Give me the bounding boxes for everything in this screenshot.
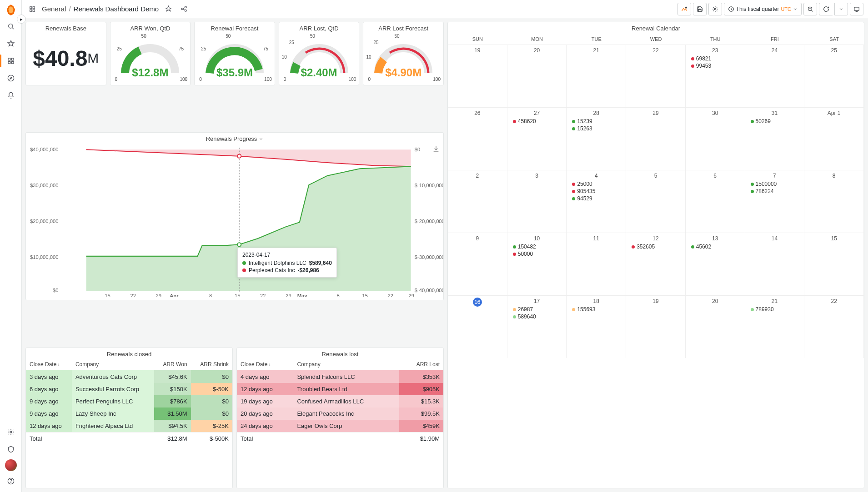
calendar-cell[interactable]: 14	[745, 233, 805, 295]
table-row[interactable]: 20 days agoElegant Peacocks Inc$99.5K	[237, 408, 443, 420]
panel-renewals-closed[interactable]: Renewals closed Close Date↓ Company ARR …	[25, 348, 233, 488]
calendar-cell[interactable]: 29	[626, 107, 686, 170]
help-icon[interactable]	[4, 474, 18, 488]
calendar-cell[interactable]: 1345602	[686, 233, 745, 295]
table-row[interactable]: 9 days agoLazy Sheep Inc$1.50M$0	[26, 408, 232, 420]
calendar-cell[interactable]: 27458620	[507, 107, 567, 170]
star-outline-icon[interactable]	[162, 3, 174, 15]
table-row[interactable]: 24 days agoEager Owls Corp$459K	[237, 420, 443, 432]
calendar-cell[interactable]: 22	[626, 45, 686, 107]
calendar-cell[interactable]: 15	[804, 233, 864, 295]
zoom-out-button[interactable]	[803, 3, 817, 15]
refresh-interval-button[interactable]	[834, 3, 848, 15]
panel-renewal-forecast[interactable]: Renewal Forecast 0 25 50 75 100 $35.9M	[194, 22, 275, 85]
breadcrumb-folder[interactable]: General	[42, 5, 66, 13]
calendar-cell[interactable]: 11	[567, 233, 626, 295]
calendar-cell[interactable]: 26	[448, 107, 507, 170]
chevron-down-icon[interactable]	[259, 137, 263, 141]
col-close-date[interactable]: Close Date↓	[26, 358, 72, 371]
dashboards-icon[interactable]	[4, 54, 18, 68]
bell-icon[interactable]	[4, 88, 18, 103]
calendar-cell[interactable]: 20	[686, 295, 745, 358]
calendar-event[interactable]: 26987	[510, 306, 564, 313]
page-title[interactable]: Renewals Dashboard Demo	[74, 5, 159, 13]
calendar-event[interactable]: 150482	[510, 244, 564, 250]
calendar-cell[interactable]: 9	[448, 233, 507, 295]
calendar-cell[interactable]: 5	[626, 170, 686, 233]
calendar-cell[interactable]: 71500000786224	[745, 170, 805, 233]
panel-renewals-lost[interactable]: Renewals lost Close Date↓ Company ARR Lo…	[236, 348, 444, 488]
table-row[interactable]: 3 days agoAdventurous Cats Corp$45.6K$0	[26, 370, 232, 383]
calendar-cell[interactable]: 236982199453	[686, 45, 745, 107]
calendar-event[interactable]: 50269	[748, 118, 802, 124]
col-arr-shrink[interactable]: ARR Shrink	[191, 358, 232, 371]
sidebar-expand-toggle[interactable]: ▸	[17, 15, 26, 24]
calendar-cell[interactable]: 20	[507, 45, 567, 107]
calendar-cell[interactable]: 1726987589640	[507, 295, 567, 358]
tv-mode-button[interactable]	[850, 3, 863, 15]
calendar-cell[interactable]: 24	[745, 45, 805, 107]
calendar-event[interactable]: 15239	[569, 118, 623, 124]
refresh-button[interactable]	[819, 3, 833, 15]
col-company[interactable]: Company	[293, 358, 399, 371]
col-arr-won[interactable]: ARR Won	[154, 358, 191, 371]
calendar-event[interactable]: 589640	[510, 313, 564, 320]
calendar-cell[interactable]: 42500090543594529	[567, 170, 626, 233]
calendar-cell[interactable]: 19	[626, 295, 686, 358]
calendar-cell[interactable]: 30	[686, 107, 745, 170]
calendar-cell[interactable]: 2	[448, 170, 507, 233]
calendar-event[interactable]: 352605	[629, 244, 682, 250]
calendar-event[interactable]: 15263	[569, 125, 623, 132]
calendar-event[interactable]: 94529	[569, 195, 623, 202]
add-panel-button[interactable]	[677, 3, 691, 15]
calendar-event[interactable]: 789930	[748, 306, 802, 313]
table-row[interactable]: 4 days agoSplendid Falcons LLC$353K	[237, 370, 443, 383]
save-button[interactable]	[693, 3, 707, 15]
calendar-cell[interactable]: 3	[507, 170, 567, 233]
calendar-cell[interactable]: 8	[804, 170, 864, 233]
table-row[interactable]: 12 days agoTroubled Bears Ltd$905K	[237, 383, 443, 395]
panel-arr-lost[interactable]: ARR Lost, QtD 0 10 25 50 100 $2.40M	[279, 22, 360, 85]
share-icon[interactable]	[178, 3, 190, 15]
panel-arr-lost-forecast[interactable]: ARR Lost Forecast 0 10 25 50 100 $4.90M	[363, 22, 444, 85]
shield-icon[interactable]	[4, 442, 18, 457]
calendar-cell[interactable]: 16	[448, 295, 507, 358]
table-row[interactable]: 9 days agoPerfect Penguins LLC$786K$0	[26, 395, 232, 408]
calendar-event[interactable]: 50000	[510, 251, 564, 257]
calendar-cell[interactable]: 22	[804, 295, 864, 358]
calendar-cell[interactable]: 3150269	[745, 107, 805, 170]
col-arr-lost[interactable]: ARR Lost	[399, 358, 443, 371]
calendar-cell[interactable]: Apr 1	[804, 107, 864, 170]
panel-arr-won[interactable]: ARR Won, QtD 0 25 50 75 100 $12.8M	[110, 22, 191, 85]
settings-button[interactable]	[708, 3, 722, 15]
time-range-picker[interactable]: This fiscal quarter UTC	[724, 3, 802, 15]
calendar-cell[interactable]: 6	[686, 170, 745, 233]
star-icon[interactable]	[4, 36, 18, 51]
calendar-event[interactable]: 99453	[688, 63, 742, 69]
panel-renewals-base[interactable]: Renewals Base $40.8M	[25, 22, 106, 85]
calendar-event[interactable]: 155693	[569, 306, 623, 313]
calendar-cell[interactable]: 1015048250000	[507, 233, 567, 295]
calendar-cell[interactable]: 281523915263	[567, 107, 626, 170]
avatar[interactable]	[5, 459, 17, 471]
calendar-cell[interactable]: 25	[804, 45, 864, 107]
calendar-cell[interactable]: 12352605	[626, 233, 686, 295]
calendar-event[interactable]: 1500000	[748, 181, 802, 187]
calendar-event[interactable]: 25000	[569, 181, 623, 187]
calendar-event[interactable]: 458620	[510, 118, 564, 124]
calendar-event[interactable]: 786224	[748, 188, 802, 194]
grafana-logo[interactable]	[5, 4, 17, 16]
calendar-cell[interactable]: 21	[567, 45, 626, 107]
calendar-event[interactable]: 69821	[688, 55, 742, 62]
search-icon[interactable]	[4, 19, 18, 34]
panel-renewal-calendar[interactable]: Renewal Calendar SUNMONTUEWEDTHUFRISAT 1…	[447, 22, 864, 488]
calendar-cell[interactable]: 19	[448, 45, 507, 107]
calendar-cell[interactable]: 18155693	[567, 295, 626, 358]
gear-icon[interactable]	[4, 425, 18, 439]
col-company[interactable]: Company	[72, 358, 154, 371]
calendar-cell[interactable]: 21789930	[745, 295, 805, 358]
table-row[interactable]: 19 days agoConfused Armadillos LLC$15.3K	[237, 395, 443, 408]
table-row[interactable]: 6 days agoSuccessful Parrots Corp$150K$-…	[26, 383, 232, 395]
col-close-date[interactable]: Close Date↓	[237, 358, 293, 371]
panel-renewals-progress[interactable]: Renewals Progress $40,000,000 $30,000,00…	[25, 132, 444, 300]
